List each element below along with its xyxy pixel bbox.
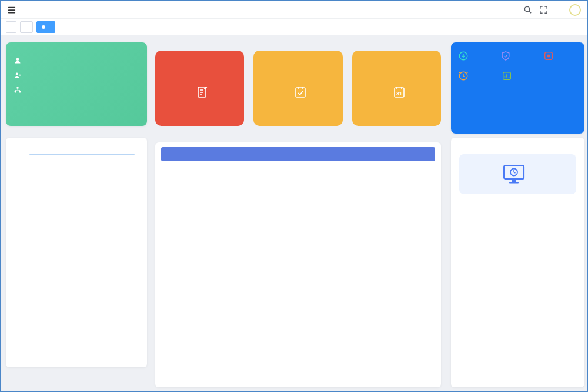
tab-sample-register[interactable]	[20, 21, 33, 33]
active-dot-icon	[42, 25, 45, 29]
calendar-31-icon: 31	[392, 85, 406, 99]
legend-item[interactable]	[16, 355, 23, 359]
receive-circle-icon	[458, 51, 469, 61]
stat-card-week[interactable]	[253, 51, 342, 126]
profile-department-row	[14, 87, 139, 94]
table-header-row	[161, 147, 435, 161]
kpi-spectrum-pending[interactable]	[458, 71, 502, 81]
edit-note-icon	[195, 85, 209, 99]
test-items-total-box	[459, 154, 576, 194]
test-items-card	[451, 138, 584, 387]
top-header	[1, 1, 587, 19]
shield-icon	[500, 51, 511, 61]
profile-card	[6, 42, 147, 126]
tab-home[interactable]	[6, 21, 16, 33]
stat-cards-row: 31	[155, 51, 441, 126]
clock-icon	[458, 71, 469, 81]
kpi-data-export[interactable]	[502, 71, 546, 81]
legend-swatch	[16, 355, 21, 359]
stat-card-month[interactable]: 31	[352, 51, 441, 126]
axis-baseline	[29, 154, 135, 155]
profile-username-row	[14, 57, 139, 64]
dashboard-screen: 31	[0, 0, 588, 392]
legend-item[interactable]	[43, 355, 49, 359]
kpi-panel	[451, 42, 584, 134]
kpi-data-experiment[interactable]	[500, 51, 543, 61]
kpi-data-rejected[interactable]	[543, 51, 577, 61]
test-items-funnel-chart	[465, 202, 571, 327]
calendar-check-icon	[293, 85, 308, 99]
sample-table-card	[155, 142, 441, 387]
monitor-clock-icon	[502, 164, 526, 185]
fullscreen-icon[interactable]	[539, 5, 548, 14]
profile-role-row	[14, 72, 139, 79]
breadcrumb	[25, 6, 31, 14]
tab-bar	[1, 19, 587, 35]
avatar[interactable]	[569, 4, 581, 16]
export-chart-icon	[502, 71, 512, 81]
bar-chart-x-axis	[29, 154, 139, 164]
stop-square-icon	[543, 51, 554, 61]
legend-swatch	[43, 355, 47, 359]
tab-data-screen[interactable]	[36, 21, 55, 33]
user-icon	[14, 57, 21, 64]
stat-card-today[interactable]	[155, 51, 244, 126]
svg-text:31: 31	[396, 91, 402, 97]
user-role-icon	[14, 72, 21, 79]
sample-source-card	[6, 138, 147, 367]
bar-chart-legend	[16, 355, 139, 359]
collapse-menu-icon[interactable]	[7, 5, 16, 15]
org-tree-icon	[14, 87, 21, 94]
kpi-sample-pending[interactable]	[458, 51, 500, 61]
search-icon[interactable]	[523, 5, 532, 14]
